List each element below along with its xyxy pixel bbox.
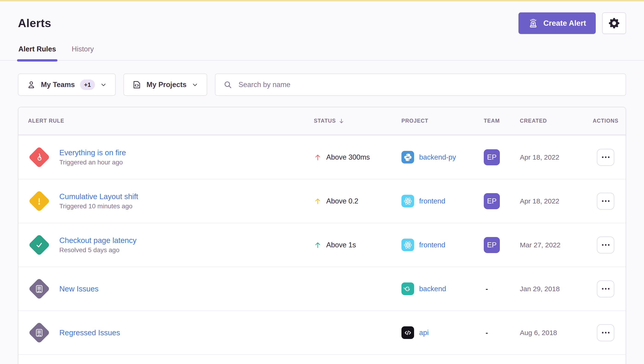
status-threshold: Above 1s — [326, 241, 356, 249]
alert-rule-link[interactable]: Regressed Issues — [59, 328, 120, 337]
ellipsis-icon — [602, 244, 603, 246]
teams-filter-button[interactable]: My Teams +1 — [18, 74, 116, 96]
page-header: Alerts Create Alert — [0, 12, 644, 34]
table-header-row: Alert Rule Status Project Team Created A… — [18, 107, 626, 135]
chevron-down-icon — [100, 81, 107, 88]
project-link[interactable]: api — [419, 329, 428, 337]
react-icon — [401, 195, 414, 208]
arrow-up-resolved-icon — [314, 241, 322, 250]
table-row: Cumulative Layout shift Triggered 10 min… — [18, 179, 626, 223]
arrow-up-critical-icon — [314, 153, 322, 162]
column-header-actions: Actions — [586, 118, 626, 124]
table-row-partial — [18, 354, 626, 364]
go-icon — [401, 282, 414, 295]
project-folder-icon — [132, 80, 141, 89]
projects-filter-label: My Projects — [146, 80, 186, 89]
top-accent-stripe — [0, 0, 644, 2]
column-header-status[interactable]: Status — [314, 118, 401, 124]
projects-filter-button[interactable]: My Projects — [123, 74, 207, 96]
row-actions-button[interactable] — [597, 236, 614, 254]
alert-severity-warning — [28, 190, 50, 212]
created-date: Jan 29, 2018 — [520, 285, 586, 293]
code-brackets-icon — [401, 326, 414, 339]
search-input[interactable] — [239, 80, 618, 89]
row-actions-button[interactable] — [597, 324, 614, 341]
project-link[interactable]: frontend — [419, 197, 445, 205]
ellipsis-icon — [602, 200, 603, 202]
teams-filter-label: My Teams — [41, 80, 75, 89]
table-row: Regressed Issues api - Aug 6, 2018 — [18, 310, 626, 354]
status-threshold: Above 0.2 — [326, 197, 358, 205]
python-icon — [401, 151, 414, 164]
create-alert-label: Create Alert — [543, 19, 586, 28]
team-badge[interactable]: EP — [484, 193, 500, 209]
search-icon — [223, 80, 233, 89]
ellipsis-icon — [602, 332, 603, 334]
fire-icon — [34, 152, 44, 162]
created-date: Aug 6, 2018 — [520, 329, 586, 337]
row-actions-button[interactable] — [597, 280, 614, 298]
alert-type-issue — [28, 322, 50, 344]
filter-bar: My Teams +1 My Projects — [0, 74, 644, 96]
team-badge[interactable]: EP — [484, 237, 500, 253]
search-box — [215, 74, 626, 96]
person-icon — [27, 80, 36, 89]
tab-bar: Alert Rules History — [0, 42, 644, 61]
project-link[interactable]: backend — [419, 285, 446, 293]
ellipsis-icon — [602, 156, 603, 158]
tab-history[interactable]: History — [71, 42, 94, 60]
check-icon — [34, 240, 44, 250]
create-alert-button[interactable]: Create Alert — [518, 12, 596, 34]
column-header-team[interactable]: Team — [484, 118, 520, 124]
issues-stack-icon — [35, 284, 44, 294]
status-threshold: Above 300ms — [326, 153, 370, 162]
alert-type-issue — [28, 278, 50, 300]
gear-icon — [609, 18, 619, 28]
project-link[interactable]: backend-py — [419, 153, 456, 162]
alert-severity-resolved — [28, 234, 50, 256]
team-badge[interactable]: EP — [484, 149, 500, 165]
column-header-project[interactable]: Project — [401, 118, 484, 124]
chevron-down-icon — [191, 81, 198, 88]
alert-rule-link[interactable]: Everything is on fire — [59, 148, 126, 157]
alert-rule-link[interactable]: Checkout page latency — [59, 236, 137, 245]
team-none: - — [484, 329, 488, 337]
settings-button[interactable] — [602, 12, 626, 34]
sort-descending-icon — [338, 118, 345, 124]
alert-rules-table: Alert Rule Status Project Team Created A… — [18, 107, 626, 364]
alert-rule-link[interactable]: Cumulative Layout shift — [59, 192, 138, 201]
alert-severity-critical — [28, 146, 50, 168]
table-row: Everything is on fire Triggered an hour … — [18, 135, 626, 179]
alert-rule-subtitle: Triggered an hour ago — [59, 159, 126, 166]
created-date: Apr 18, 2022 — [520, 197, 586, 205]
page-title: Alerts — [18, 16, 51, 30]
table-row: New Issues backend - Jan 29, 2018 — [18, 267, 626, 310]
tab-alert-rules[interactable]: Alert Rules — [18, 42, 57, 60]
alert-rule-subtitle: Triggered 10 minutes ago — [59, 202, 138, 210]
created-date: Apr 18, 2022 — [520, 154, 586, 161]
project-link[interactable]: frontend — [419, 241, 445, 249]
react-icon — [401, 238, 414, 251]
issues-stack-icon — [35, 328, 44, 337]
exclamation-icon — [34, 196, 44, 206]
table-row: Checkout page latency Resolved 5 days ag… — [18, 223, 626, 267]
column-header-alert-rule[interactable]: Alert Rule — [18, 118, 314, 124]
row-actions-button[interactable] — [597, 193, 614, 210]
column-header-created[interactable]: Created — [520, 118, 586, 124]
row-actions-button[interactable] — [597, 149, 614, 166]
alert-rule-subtitle: Resolved 5 days ago — [59, 246, 137, 254]
alert-rule-link[interactable]: New Issues — [59, 284, 99, 293]
header-actions: Create Alert — [518, 12, 626, 34]
ellipsis-icon — [602, 288, 603, 290]
created-date: Mar 27, 2022 — [520, 241, 586, 249]
teams-count-badge: +1 — [80, 80, 95, 90]
siren-icon — [528, 18, 538, 28]
arrow-up-warning-icon — [314, 197, 322, 206]
team-none: - — [484, 285, 488, 293]
